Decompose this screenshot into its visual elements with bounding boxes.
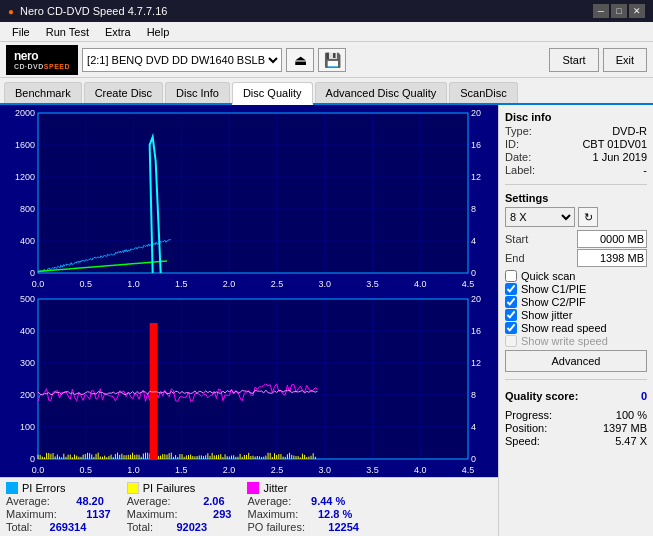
quick-scan-checkbox[interactable] bbox=[505, 270, 517, 282]
po-failures-value: 12254 bbox=[309, 521, 359, 533]
tab-scan-disc[interactable]: ScanDisc bbox=[449, 82, 517, 103]
pi-errors-total-value: 269314 bbox=[36, 521, 86, 533]
checkbox-quick-scan-row: Quick scan bbox=[505, 270, 647, 282]
checkbox-c1-pie-row: Show C1/PIE bbox=[505, 283, 647, 295]
nero-logo-text: nero bbox=[14, 49, 70, 63]
checkbox-c2-pif-row: Show C2/PIF bbox=[505, 296, 647, 308]
start-mb-label: Start bbox=[505, 233, 528, 245]
exit-button[interactable]: Exit bbox=[603, 48, 647, 72]
pi-errors-total-label: Total: bbox=[6, 521, 32, 533]
pi-errors-avg-value: 48.20 bbox=[54, 495, 104, 507]
type-value: DVD-R bbox=[612, 125, 647, 137]
jitter-color bbox=[247, 482, 259, 494]
checkbox-jitter-row: Show jitter bbox=[505, 309, 647, 321]
menu-file[interactable]: File bbox=[4, 24, 38, 40]
tab-advanced-disc-quality[interactable]: Advanced Disc Quality bbox=[315, 82, 448, 103]
pi-failures-total-label: Total: bbox=[127, 521, 153, 533]
speed-label: Speed: bbox=[505, 435, 540, 447]
tab-benchmark[interactable]: Benchmark bbox=[4, 82, 82, 103]
divider-2 bbox=[505, 379, 647, 380]
advanced-button[interactable]: Advanced bbox=[505, 350, 647, 372]
date-label: Date: bbox=[505, 151, 531, 163]
speed-selector[interactable]: 8 X bbox=[505, 207, 575, 227]
show-write-speed-checkbox[interactable] bbox=[505, 335, 517, 347]
progress-section: Progress: 100 % Position: 1397 MB Speed:… bbox=[505, 409, 647, 448]
jitter-group: Jitter Average: 9.44 % Maximum: 12.8 % P… bbox=[247, 482, 358, 533]
title-bar-left: ● Nero CD-DVD Speed 4.7.7.16 bbox=[8, 5, 167, 17]
show-write-speed-label: Show write speed bbox=[521, 335, 608, 347]
tab-create-disc[interactable]: Create Disc bbox=[84, 82, 163, 103]
eject-icon-button[interactable]: ⏏ bbox=[286, 48, 314, 72]
title-bar-controls[interactable]: ─ □ ✕ bbox=[593, 4, 645, 18]
po-failures-label: PO failures: bbox=[247, 521, 304, 533]
drive-selector[interactable]: [2:1] BENQ DVD DD DW1640 BSLB bbox=[82, 48, 282, 72]
pi-errors-color bbox=[6, 482, 18, 494]
id-value: CBT 01DV01 bbox=[582, 138, 647, 150]
nero-logo: nero CD·DVDSPEED bbox=[6, 45, 78, 75]
minimize-button[interactable]: ─ bbox=[593, 4, 609, 18]
checkbox-read-speed-row: Show read speed bbox=[505, 322, 647, 334]
show-read-speed-checkbox[interactable] bbox=[505, 322, 517, 334]
pi-errors-max-label: Maximum: bbox=[6, 508, 57, 520]
checkbox-write-speed-row: Show write speed bbox=[505, 335, 647, 347]
main-area: PI Errors Average: 48.20 Maximum: 1137 T… bbox=[0, 105, 653, 536]
start-button[interactable]: Start bbox=[549, 48, 598, 72]
chart-and-stats: PI Errors Average: 48.20 Maximum: 1137 T… bbox=[0, 105, 498, 536]
position-label: Position: bbox=[505, 422, 547, 434]
disc-label-label: Label: bbox=[505, 164, 535, 176]
pi-failures-group: PI Failures Average: 2.06 Maximum: 293 T… bbox=[127, 482, 232, 533]
nero-logo-subtitle: CD·DVDSPEED bbox=[14, 63, 70, 70]
toolbar: nero CD·DVDSPEED [2:1] BENQ DVD DD DW164… bbox=[0, 42, 653, 78]
tab-disc-info[interactable]: Disc Info bbox=[165, 82, 230, 103]
jitter-max-label: Maximum: bbox=[247, 508, 298, 520]
pi-errors-header: PI Errors bbox=[22, 482, 65, 494]
speed-value: 5.47 X bbox=[615, 435, 647, 447]
disc-info-title: Disc info bbox=[505, 111, 647, 123]
pi-errors-max-value: 1137 bbox=[61, 508, 111, 520]
show-jitter-label: Show jitter bbox=[521, 309, 572, 321]
disc-label-value: - bbox=[643, 164, 647, 176]
bottom-chart-canvas bbox=[0, 291, 498, 477]
show-c1-pie-checkbox[interactable] bbox=[505, 283, 517, 295]
close-button[interactable]: ✕ bbox=[629, 4, 645, 18]
menu-run-test[interactable]: Run Test bbox=[38, 24, 97, 40]
end-mb-input[interactable] bbox=[577, 249, 647, 267]
pi-failures-header: PI Failures bbox=[143, 482, 196, 494]
stats-bar: PI Errors Average: 48.20 Maximum: 1137 T… bbox=[0, 477, 498, 536]
pi-failures-max-value: 293 bbox=[181, 508, 231, 520]
refresh-button[interactable]: ↻ bbox=[578, 207, 598, 227]
save-icon-button[interactable]: 💾 bbox=[318, 48, 346, 72]
position-value: 1397 MB bbox=[603, 422, 647, 434]
id-label: ID: bbox=[505, 138, 519, 150]
progress-value: 100 % bbox=[616, 409, 647, 421]
start-mb-input[interactable] bbox=[577, 230, 647, 248]
tab-bar: Benchmark Create Disc Disc Info Disc Qua… bbox=[0, 78, 653, 105]
show-read-speed-label: Show read speed bbox=[521, 322, 607, 334]
show-c2-pif-label: Show C2/PIF bbox=[521, 296, 586, 308]
app-title: Nero CD-DVD Speed 4.7.7.16 bbox=[20, 5, 167, 17]
pi-errors-group: PI Errors Average: 48.20 Maximum: 1137 T… bbox=[6, 482, 111, 533]
top-chart-canvas bbox=[0, 105, 498, 291]
menu-help[interactable]: Help bbox=[139, 24, 178, 40]
right-panel: Disc info Type: DVD-R ID: CBT 01DV01 Dat… bbox=[498, 105, 653, 536]
progress-label: Progress: bbox=[505, 409, 552, 421]
settings-section: Settings 8 X ↻ Start End Quick scan bbox=[505, 192, 647, 372]
settings-title: Settings bbox=[505, 192, 647, 204]
show-c1-pie-label: Show C1/PIE bbox=[521, 283, 586, 295]
quality-score-label: Quality score: bbox=[505, 390, 578, 402]
date-value: 1 Jun 2019 bbox=[593, 151, 647, 163]
type-label: Type: bbox=[505, 125, 532, 137]
show-jitter-checkbox[interactable] bbox=[505, 309, 517, 321]
menu-extra[interactable]: Extra bbox=[97, 24, 139, 40]
pi-failures-avg-label: Average: bbox=[127, 495, 171, 507]
jitter-max-value: 12.8 % bbox=[302, 508, 352, 520]
tab-disc-quality[interactable]: Disc Quality bbox=[232, 82, 313, 105]
disc-info-section: Disc info Type: DVD-R ID: CBT 01DV01 Dat… bbox=[505, 111, 647, 177]
pi-failures-avg-value: 2.06 bbox=[175, 495, 225, 507]
chart-area bbox=[0, 105, 498, 477]
show-c2-pif-checkbox[interactable] bbox=[505, 296, 517, 308]
maximize-button[interactable]: □ bbox=[611, 4, 627, 18]
pi-failures-max-label: Maximum: bbox=[127, 508, 178, 520]
pi-errors-avg-label: Average: bbox=[6, 495, 50, 507]
pi-failures-total-value: 92023 bbox=[157, 521, 207, 533]
